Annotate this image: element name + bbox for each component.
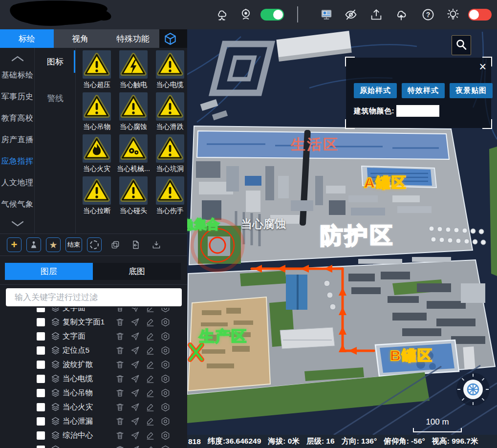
delete-layer-icon[interactable] (114, 374, 125, 384)
layer-visibility-checkbox[interactable] (37, 431, 45, 440)
layer-settings-icon[interactable] (160, 345, 171, 356)
edit-layer-icon[interactable] (145, 374, 155, 384)
layer-visibility-checkbox[interactable] (37, 446, 45, 448)
map-search-button[interactable] (452, 35, 471, 55)
delete-layer-icon[interactable] (114, 445, 125, 448)
warning-triangle-icon[interactable] (156, 176, 184, 205)
map-viewport[interactable]: 生活区A罐区防护区急集合当心腐蚀生产区B罐区 × 原始样式 特效样式 夜景贴图 … (187, 29, 497, 435)
flyto-layer-icon[interactable] (130, 430, 140, 441)
delete-layer-icon[interactable] (114, 416, 125, 427)
effect-style-button[interactable]: 特效样式 (402, 83, 445, 98)
green-toggle[interactable] (260, 9, 284, 21)
warning-triangle-icon[interactable] (119, 134, 148, 163)
warning-triangle-icon[interactable] (156, 92, 184, 121)
edit-layer-icon[interactable] (145, 402, 155, 413)
layer-visibility-checkbox[interactable] (37, 308, 45, 312)
edit-layer-icon[interactable] (145, 445, 155, 448)
edit-layer-icon[interactable] (145, 331, 155, 342)
layer-visibility-checkbox[interactable] (37, 417, 45, 426)
tab-plotting[interactable]: 标绘 (0, 29, 54, 48)
chevron-up-icon[interactable] (11, 55, 24, 64)
cloud-upload-icon[interactable] (394, 7, 409, 22)
delete-layer-icon[interactable] (114, 360, 125, 370)
delete-layer-icon[interactable] (114, 388, 125, 399)
network-share-icon[interactable] (215, 7, 229, 22)
warning-triangle-icon[interactable] (83, 50, 111, 79)
tab-basemap[interactable]: 底图 (93, 263, 181, 280)
layer-settings-icon[interactable] (160, 360, 171, 370)
edit-layer-icon[interactable] (145, 430, 155, 441)
delete-layer-icon[interactable] (114, 402, 125, 413)
edit-layer-icon[interactable] (145, 317, 155, 328)
chevron-down-icon[interactable] (11, 220, 24, 229)
end-button[interactable]: 结束 (65, 237, 82, 252)
warning-triangle-icon[interactable] (119, 50, 148, 79)
layer-settings-icon[interactable] (160, 331, 171, 342)
hide-elements-icon[interactable] (344, 7, 358, 22)
warning-sign-item[interactable]: 当心坑洞 (152, 134, 187, 173)
edit-layer-icon[interactable] (145, 360, 155, 370)
marker-tool-button[interactable] (26, 237, 41, 252)
layer-settings-icon[interactable] (160, 430, 171, 441)
close-icon[interactable]: × (479, 61, 486, 73)
warning-triangle-icon[interactable] (119, 92, 148, 121)
edit-layer-icon[interactable] (145, 388, 155, 399)
webcam-icon[interactable] (238, 7, 253, 22)
delete-layer-icon[interactable] (114, 331, 125, 342)
building-color-swatch[interactable] (396, 105, 439, 117)
sidebar-category-5[interactable]: 应急指挥 (1, 156, 34, 167)
tab-viewpoint[interactable]: 视角 (54, 29, 107, 48)
help-icon[interactable]: ? (421, 7, 435, 22)
original-style-button[interactable]: 原始样式 (354, 83, 397, 98)
warning-triangle-icon[interactable] (83, 92, 111, 121)
warning-triangle-icon[interactable] (156, 50, 184, 79)
flyto-layer-icon[interactable] (130, 308, 140, 314)
delete-layer-icon[interactable] (114, 430, 125, 441)
warning-triangle-icon[interactable] (83, 134, 111, 163)
layer-visibility-checkbox[interactable] (37, 318, 45, 326)
flyto-layer-icon[interactable] (130, 317, 140, 328)
warning-sign-item[interactable]: 当心滑跌 (152, 92, 187, 131)
sidebar-category-3[interactable]: 教育高校 (1, 113, 34, 124)
screen-share-icon[interactable] (319, 7, 334, 22)
light-mode-icon[interactable] (446, 7, 460, 22)
tab-special-functions[interactable]: 特殊功能 (107, 29, 159, 48)
flyto-layer-icon[interactable] (130, 402, 140, 413)
layer-visibility-checkbox[interactable] (37, 332, 45, 341)
layer-settings-icon[interactable] (160, 388, 171, 399)
warning-sign-item[interactable]: 当心碰头 (116, 176, 151, 215)
layer-visibility-checkbox[interactable] (37, 389, 45, 397)
warning-sign-item[interactable]: 当心吊物 (80, 92, 114, 131)
layer-visibility-checkbox[interactable] (37, 346, 45, 355)
layer-search-input[interactable] (6, 288, 182, 306)
warning-sign-item[interactable]: 当心拉断 (80, 176, 114, 215)
layer-settings-icon[interactable] (160, 374, 171, 384)
red-toggle[interactable] (468, 9, 492, 21)
edit-layer-icon[interactable] (145, 308, 155, 314)
layer-visibility-checkbox[interactable] (37, 375, 45, 383)
flyto-layer-icon[interactable] (130, 445, 140, 448)
night-texture-button[interactable]: 夜景贴图 (450, 83, 493, 98)
subtab-warning-lines[interactable]: 警线 (35, 93, 76, 104)
warning-triangle-icon[interactable] (156, 134, 184, 163)
warning-sign-item[interactable]: 当心腐蚀 (116, 92, 151, 131)
layer-settings-icon[interactable] (160, 402, 171, 413)
sidebar-category-1[interactable]: 基础标绘 (1, 70, 34, 81)
flyto-layer-icon[interactable] (130, 374, 140, 384)
flyto-layer-icon[interactable] (130, 360, 140, 370)
effects-button[interactable]: ★ (46, 237, 61, 252)
upload-icon[interactable] (369, 7, 384, 22)
sidebar-category-7[interactable]: 气候气象 (1, 199, 34, 210)
layer-visibility-checkbox[interactable] (37, 361, 45, 369)
edit-layer-icon[interactable] (145, 345, 155, 356)
sidebar-category-6[interactable]: 人文地理 (1, 178, 34, 188)
warning-sign-item[interactable]: 当心超压 (80, 50, 114, 89)
delete-layer-icon[interactable] (114, 345, 125, 356)
layer-settings-icon[interactable] (160, 317, 171, 328)
flyto-layer-icon[interactable] (130, 416, 140, 427)
warning-sign-item[interactable]: 当心伤手 (152, 176, 187, 215)
layer-visibility-checkbox[interactable] (37, 403, 45, 411)
warning-sign-item[interactable]: 当心触电 (116, 50, 151, 89)
flyto-layer-icon[interactable] (130, 331, 140, 342)
cube-3d-icon[interactable] (159, 29, 181, 48)
